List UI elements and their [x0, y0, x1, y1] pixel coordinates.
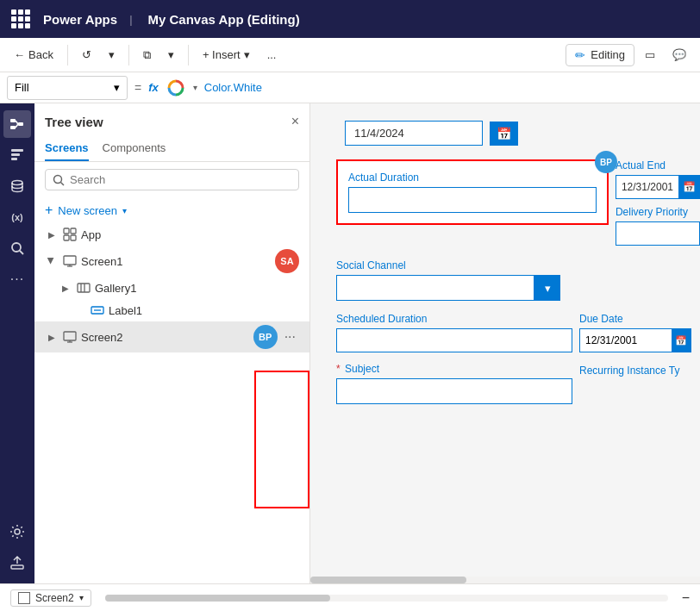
subject-group: * Subject [336, 363, 572, 404]
svg-rect-17 [71, 228, 76, 234]
settings-icon-button[interactable] [3, 518, 31, 546]
social-channel-input[interactable] [336, 275, 534, 301]
new-screen-button[interactable]: + New screen ▾ [34, 197, 309, 223]
search-sidebar-button[interactable] [3, 234, 31, 262]
gallery-chevron-right-icon: ▶ [59, 281, 72, 295]
tree-tabs: Screens Components [34, 136, 309, 162]
screen-icon-button[interactable]: ▭ [638, 45, 662, 65]
social-channel-input-row: ▾ [336, 275, 560, 301]
screen-badge[interactable]: Screen2 ▾ [10, 589, 91, 607]
screen2-more-button[interactable]: ··· [281, 329, 299, 345]
sidebar-icons: (x) ··· [0, 103, 34, 583]
variables-icon-button[interactable]: (x) [3, 203, 31, 231]
side-fields-group: Actual End 12/31/2001 📅 Delivery Priorit… [616, 159, 700, 253]
actual-duration-text-input[interactable] [349, 188, 596, 212]
insert-chevron-icon: ▾ [244, 48, 250, 61]
tab-screens[interactable]: Screens [45, 136, 89, 161]
chevron-down-icon: ▶ [45, 254, 59, 268]
back-arrow-icon: ← [14, 48, 25, 61]
svg-line-5 [16, 124, 18, 128]
subject-input[interactable] [336, 378, 572, 404]
canvas-horizontal-scrollbar[interactable] [310, 577, 700, 583]
color-icon [166, 78, 186, 98]
data-icon-button[interactable] [3, 172, 31, 200]
screen1-icon [62, 253, 78, 269]
toolbar: ← Back ↺ ▾ ⧉ ▾ + Insert ▾ ... ✏ Editing … [0, 38, 700, 72]
tree-item-label1[interactable]: Label1 [34, 299, 309, 321]
back-button[interactable]: ← Back [7, 45, 60, 65]
minus-button[interactable]: − [682, 590, 690, 606]
main-layout: (x) ··· Tree view [0, 103, 700, 583]
date-field[interactable]: 11/4/2024 [345, 121, 483, 146]
tree-close-button[interactable]: × [291, 114, 299, 129]
new-screen-chevron-icon: ▾ [122, 206, 127, 215]
grid-menu-button[interactable] [10, 9, 31, 29]
toolbar-sep-1 [67, 45, 68, 65]
due-date-input[interactable]: 12/31/2001 📅 [579, 328, 691, 352]
scheduled-duration-group: Scheduled Duration [336, 313, 572, 352]
tree-item-screen2[interactable]: ▶ Screen2 BP ··· [34, 321, 309, 352]
insert-sidebar-button[interactable] [3, 141, 31, 169]
more-button[interactable]: ... [260, 45, 284, 65]
tree-item-gallery1[interactable]: ▶ Gallery1 [34, 277, 309, 299]
gallery1-label: Gallery1 [95, 282, 299, 295]
paste-button[interactable]: ▾ [161, 45, 181, 65]
social-channel-row: Social Channel ▾ [336, 259, 700, 301]
insert-button[interactable]: + Insert ▾ [196, 45, 257, 65]
app-label: App [81, 228, 299, 241]
chevron-down-icon: ▾ [193, 83, 197, 92]
canvas-scrollbar-thumb [310, 577, 466, 583]
screen2-label: Screen2 [81, 331, 250, 344]
app-title: Power Apps [43, 12, 117, 27]
tab-components[interactable]: Components [103, 136, 166, 161]
screen-checkbox[interactable] [18, 592, 30, 604]
svg-line-4 [16, 121, 18, 124]
red-border-section: BP Actual Duration [336, 159, 609, 225]
toolbar-sep-2 [128, 45, 129, 65]
tree-item-app[interactable]: ▶ App [34, 223, 309, 246]
comment-icon: 💬 [672, 48, 686, 61]
svg-rect-1 [10, 119, 16, 122]
actual-end-calendar-icon: 📅 [678, 176, 699, 198]
treeview-icon-button[interactable] [3, 110, 31, 138]
copy-button[interactable]: ⧉ [136, 45, 158, 65]
more-sidebar-button[interactable]: ··· [3, 265, 31, 293]
screen2-icon [62, 329, 78, 345]
label-element-icon [90, 302, 105, 318]
svg-point-10 [12, 243, 21, 252]
delivery-priority-label: Delivery Priority [616, 206, 700, 218]
required-star: * [336, 363, 341, 375]
svg-rect-8 [11, 158, 17, 160]
delivery-priority-field[interactable] [616, 221, 700, 246]
formula-bar: Fill ▾ = fx ▾ Color.White [0, 72, 700, 103]
property-chevron-icon: ▾ [114, 81, 120, 94]
screen1-avatar: SA [275, 249, 299, 273]
tree-item-screen1[interactable]: ▶ Screen1 SA [34, 246, 309, 277]
chevron-right-icon: ▶ [45, 228, 59, 241]
bp-badge: BP [595, 151, 617, 173]
social-chevron-down-icon: ▾ [545, 282, 551, 295]
search-box[interactable] [45, 169, 299, 190]
editing-button[interactable]: ✏ Editing [566, 44, 634, 66]
svg-rect-20 [64, 256, 76, 265]
screen2-avatar: BP [253, 325, 278, 349]
insert-label: + Insert [203, 48, 241, 61]
status-scrollbar[interactable] [105, 595, 668, 602]
actual-duration-label: Actual Duration [348, 171, 597, 184]
search-icon [53, 174, 65, 186]
ellipsis-icon: ··· [10, 271, 24, 287]
social-channel-dropdown-button[interactable]: ▾ [534, 275, 560, 301]
scheduled-duration-input[interactable] [336, 328, 572, 352]
undo-button[interactable]: ↺ [75, 45, 98, 65]
search-input[interactable] [70, 173, 291, 186]
status-scrollbar-thumb [105, 595, 330, 602]
property-dropdown[interactable]: Fill ▾ [7, 76, 128, 100]
actual-duration-input[interactable] [348, 187, 597, 213]
publish-icon-button[interactable] [3, 549, 31, 577]
plus-icon: + [45, 203, 53, 218]
redo-button[interactable]: ▾ [102, 45, 122, 65]
subject-row: * Subject Recurring Instance Ty [336, 363, 691, 404]
comment-icon-button[interactable]: 💬 [666, 45, 693, 65]
calendar-button[interactable]: 📅 [490, 122, 518, 146]
actual-end-field[interactable]: 12/31/2001 📅 [616, 175, 700, 199]
